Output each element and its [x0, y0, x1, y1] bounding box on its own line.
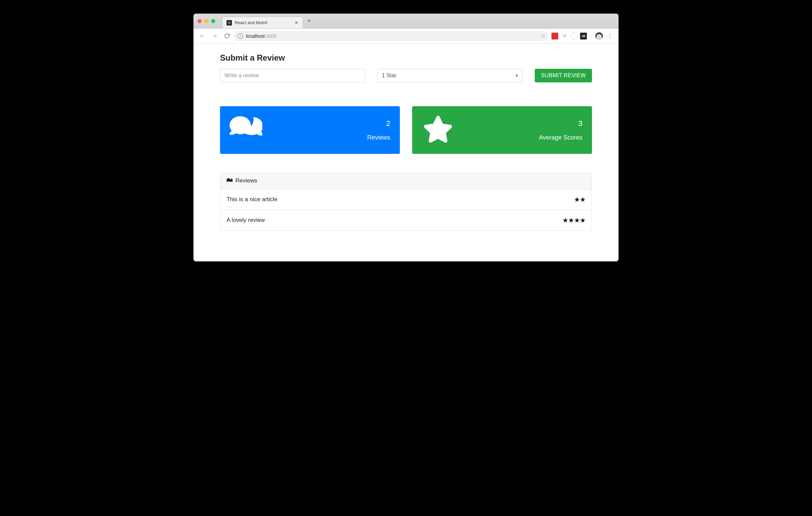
page-title: Submit a Review [220, 53, 592, 63]
tab-bar: React and MobX ✕ + [193, 14, 619, 29]
back-button[interactable] [198, 31, 207, 41]
review-form: 1 Star ▲▼ SUBMIT REVIEW [220, 69, 592, 82]
minimize-window-button[interactable] [204, 19, 208, 23]
address-bar[interactable]: i localhost:3000 ☆ [234, 31, 549, 41]
average-label: Average Scores [539, 134, 582, 141]
reviews-label: Reviews [367, 134, 390, 141]
review-stars: ★★★★ [562, 216, 585, 224]
new-tab-button[interactable]: + [303, 17, 315, 25]
extension-icon-1[interactable] [551, 33, 558, 39]
browser-window: React and MobX ✕ + i localhost:3000 ☆ JB… [193, 14, 619, 261]
star-select-value: 1 Star [382, 72, 396, 79]
reviews-panel: Reviews This is a nice article ★★ A love… [220, 172, 592, 231]
reviews-card: 2 Reviews [220, 106, 400, 154]
profile-avatar[interactable] [595, 32, 603, 40]
react-favicon [227, 20, 232, 26]
maximize-window-button[interactable] [211, 19, 215, 23]
url-host: localhost:3000 [246, 33, 277, 39]
comments-icon [227, 178, 233, 184]
reviews-panel-header: Reviews [220, 173, 592, 189]
list-item: A lovely review ★★★★ [220, 210, 592, 230]
bookmark-star-icon[interactable]: ☆ [541, 33, 545, 39]
forward-button[interactable] [210, 31, 219, 41]
browser-tab[interactable]: React and MobX ✕ [222, 17, 303, 28]
tab-title: React and MobX [235, 20, 292, 25]
svg-point-0 [229, 22, 230, 23]
star-icon [422, 116, 454, 144]
submit-review-button[interactable]: SUBMIT REVIEW [535, 69, 592, 82]
list-item: This is a nice article ★★ [220, 189, 592, 210]
select-caret-icon: ▲▼ [515, 74, 518, 77]
page-viewport: Submit a Review 1 Star ▲▼ SUBMIT REVIEW [193, 44, 619, 261]
extension-vue-icon[interactable] [561, 33, 568, 39]
review-stars: ★★ [574, 195, 585, 204]
review-text: A lovely review [227, 217, 265, 224]
close-tab-button[interactable]: ✕ [294, 20, 299, 25]
reload-button[interactable] [222, 31, 232, 41]
review-text: This is a nice article [227, 196, 277, 203]
comments-icon [230, 116, 262, 144]
site-info-icon[interactable]: i [238, 33, 243, 39]
reviews-panel-title: Reviews [235, 177, 257, 184]
reviews-count: 2 [367, 119, 390, 128]
stat-cards: 2 Reviews 3 Average Scores [220, 106, 592, 154]
extension-jb-icon[interactable]: JB [580, 33, 587, 39]
extension-icon-3[interactable] [571, 33, 577, 39]
window-controls [197, 19, 218, 23]
star-select[interactable]: 1 Star ▲▼ [377, 69, 522, 82]
browser-menu-button[interactable]: ⋮ [606, 32, 614, 40]
close-window-button[interactable] [198, 19, 202, 23]
browser-toolbar: i localhost:3000 ☆ JB ⋮ [193, 29, 619, 44]
toolbar-divider [591, 33, 591, 39]
average-count: 3 [539, 119, 582, 128]
review-input[interactable] [220, 69, 365, 82]
average-card: 3 Average Scores [412, 106, 592, 154]
